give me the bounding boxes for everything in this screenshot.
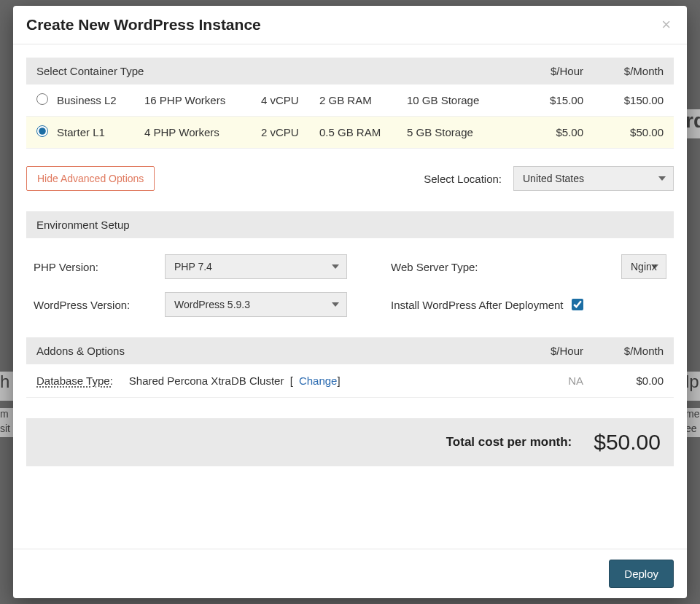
total-cost-amount: $50.00 bbox=[594, 430, 661, 455]
web-server-label: Web Server Type: bbox=[391, 261, 614, 273]
modal-body: Select Container Type $/Hour $/Month Bus… bbox=[13, 44, 687, 549]
toggle-advanced-button[interactable]: Hide Advanced Options bbox=[26, 166, 155, 191]
database-price-hour: NA bbox=[503, 374, 583, 387]
create-instance-modal: Create New WordPress Instance × Select C… bbox=[13, 6, 687, 598]
col-month-header: $/Month bbox=[583, 65, 664, 77]
wordpress-version-select[interactable]: WordPress 5.9.3 bbox=[165, 292, 347, 317]
tier-price-hour: $15.00 bbox=[503, 94, 583, 106]
addon-row-database: Database Type: Shared Percona XtraDB Clu… bbox=[26, 364, 674, 398]
container-row[interactable]: Business L2 16 PHP Workers 4 vCPU 2 GB R… bbox=[26, 85, 674, 117]
tier-radio[interactable] bbox=[36, 125, 48, 137]
tier-cpu: 4 vCPU bbox=[261, 94, 319, 106]
database-price-month: $0.00 bbox=[583, 374, 664, 387]
tier-workers: 16 PHP Workers bbox=[144, 94, 261, 106]
tier-price-month: $150.00 bbox=[583, 94, 664, 106]
modal-title: Create New WordPress Instance bbox=[26, 16, 261, 34]
install-wp-label: Install WordPress After Deployment bbox=[391, 299, 563, 311]
wordpress-version-label: WordPress Version: bbox=[34, 299, 158, 311]
container-type-label: Select Container Type bbox=[36, 65, 144, 77]
tier-storage: 5 GB Storage bbox=[407, 126, 503, 138]
col-hour-header: $/Hour bbox=[503, 65, 583, 77]
tier-radio[interactable] bbox=[36, 93, 48, 105]
tier-cpu: 2 vCPU bbox=[261, 126, 319, 138]
environment-header: Environment Setup bbox=[26, 211, 674, 238]
database-type-value: Shared Percona XtraDB Cluster bbox=[129, 374, 284, 387]
tier-name: Business L2 bbox=[57, 94, 144, 106]
database-change-link[interactable]: Change bbox=[299, 374, 338, 387]
php-version-select[interactable]: PHP 7.4 bbox=[165, 254, 347, 279]
tier-storage: 10 GB Storage bbox=[407, 94, 503, 106]
environment-grid: PHP Version: PHP 7.4 Web Server Type: Ng… bbox=[26, 238, 674, 337]
tier-ram: 0.5 GB RAM bbox=[319, 126, 407, 138]
tier-price-hour: $5.00 bbox=[503, 126, 583, 138]
modal-header: Create New WordPress Instance × bbox=[13, 6, 687, 44]
addons-header: Addons & Options $/Hour $/Month bbox=[26, 337, 674, 364]
tier-name: Starter L1 bbox=[57, 126, 144, 138]
tier-price-month: $50.00 bbox=[583, 126, 664, 138]
tier-ram: 2 GB RAM bbox=[319, 94, 407, 106]
php-version-label: PHP Version: bbox=[34, 261, 158, 273]
modal-footer: Deploy bbox=[13, 549, 687, 598]
database-type-label: Database Type: bbox=[36, 374, 113, 387]
container-row[interactable]: Starter L1 4 PHP Workers 2 vCPU 0.5 GB R… bbox=[26, 117, 674, 149]
addons-col-month: $/Month bbox=[583, 345, 664, 357]
total-cost-label: Total cost per month: bbox=[446, 435, 572, 450]
addons-col-hour: $/Hour bbox=[503, 345, 583, 357]
web-server-select[interactable]: Nginx bbox=[621, 254, 666, 279]
environment-header-label: Environment Setup bbox=[36, 219, 130, 231]
advanced-options-row: Hide Advanced Options Select Location: U… bbox=[26, 166, 674, 191]
total-cost-bar: Total cost per month: $50.00 bbox=[26, 418, 674, 466]
tier-workers: 4 PHP Workers bbox=[144, 126, 261, 138]
close-icon[interactable]: × bbox=[658, 17, 674, 33]
addons-header-label: Addons & Options bbox=[36, 345, 125, 357]
install-wp-checkbox[interactable] bbox=[572, 299, 583, 310]
location-select[interactable]: United States bbox=[513, 166, 674, 191]
location-label: Select Location: bbox=[424, 173, 502, 185]
container-type-header: Select Container Type $/Hour $/Month bbox=[26, 58, 674, 85]
deploy-button[interactable]: Deploy bbox=[609, 560, 674, 588]
